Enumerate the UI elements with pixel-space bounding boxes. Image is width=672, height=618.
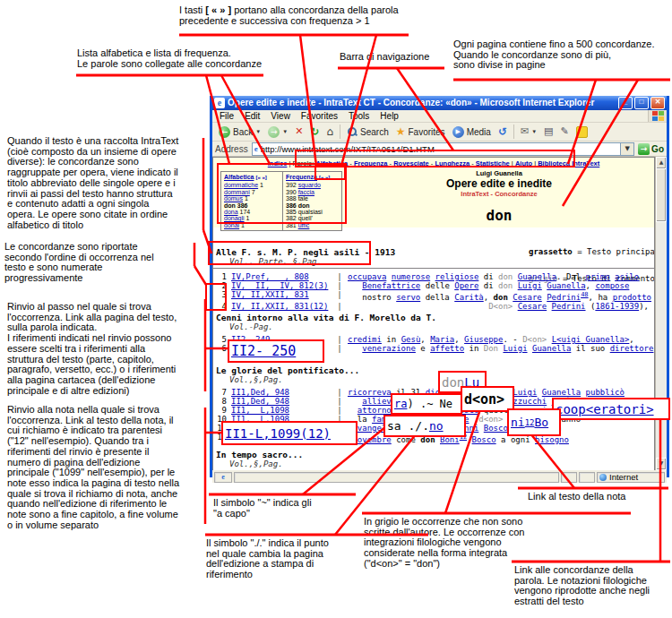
text-link[interactable]: Guanella — [518, 272, 556, 281]
wordlist-header-link[interactable]: Frequenza — [286, 174, 317, 180]
word-link[interactable]: uffic — [298, 222, 310, 228]
text-link[interactable]: no — [429, 419, 444, 433]
print-button[interactable]: ▤ — [541, 124, 556, 140]
reference-link[interactable]: II1, L,1098 — [231, 406, 332, 415]
wordlist-header-link[interactable]: Alfabetica — [224, 174, 254, 180]
reference-link[interactable]: II1,Ded, 948 — [231, 397, 332, 406]
stop-button[interactable]: ✕ — [292, 124, 306, 140]
messenger-button[interactable] — [573, 124, 590, 140]
text-link[interactable]: Guanella — [532, 344, 571, 353]
text-link[interactable]: Opere — [454, 281, 478, 290]
reference-link[interactable]: IV, II,XXII, 831 — [231, 290, 332, 302]
favorites-button[interactable]: ★Favorites — [393, 124, 448, 140]
text-link[interactable]: Alfabetica — [315, 159, 348, 167]
mail-button[interactable]: ✉▼ — [518, 124, 539, 140]
menu-view[interactable]: View — [265, 110, 296, 122]
text-link[interactable]: bisogno — [535, 435, 569, 444]
edit-button[interactable]: ✎ — [558, 124, 572, 140]
text-link[interactable]: Frequenza — [354, 159, 388, 167]
word-link[interactable]: sguardo — [298, 182, 321, 188]
address-dropdown-icon[interactable]: ▼ — [620, 143, 633, 155]
text-link[interactable]: Biblioteca IntraText — [538, 159, 599, 167]
text-link[interactable]: Guanella — [547, 281, 585, 290]
text-link[interactable]: Pedrini — [547, 293, 581, 302]
text-link[interactable]: venerazione — [362, 344, 416, 353]
text-link[interactable]: Rovesciate — [393, 159, 429, 167]
text-link[interactable]: Lunghezza — [435, 159, 470, 167]
text-link[interactable]: II2- 250 — [231, 343, 296, 359]
minimize-button[interactable]: _ — [618, 97, 633, 109]
text-link[interactable]: asilo — [615, 272, 639, 281]
word-link[interactable]: dommatiche — [224, 182, 258, 188]
text-link[interactable]: Bosco — [472, 435, 496, 444]
text-link[interactable]: primo — [586, 272, 610, 281]
word-link[interactable]: dona — [224, 209, 238, 215]
text-link[interactable]: 48 — [581, 291, 588, 298]
text-link[interactable]: prodotto — [613, 293, 651, 302]
vertical-scrollbar[interactable]: ▲ ▼ — [655, 157, 667, 470]
maximize-button[interactable]: □ — [634, 97, 649, 109]
scroll-up-icon[interactable]: ▲ — [656, 157, 667, 169]
address-input[interactable]: e http://www.intratext.com/IXT/ITA0614/D… — [252, 142, 634, 156]
media-button[interactable]: ▶Media — [450, 124, 494, 140]
scrollbar-thumb[interactable] — [656, 168, 667, 222]
word-link[interactable]: donai — [224, 222, 239, 228]
menu-favorites[interactable]: Favorites — [296, 110, 343, 122]
text-link[interactable]: Indice — [268, 159, 288, 167]
scroll-down-icon[interactable]: ▼ — [656, 458, 667, 470]
forward-button[interactable]: →▼ — [265, 124, 290, 140]
menu-help[interactable]: Help — [375, 110, 404, 122]
text-link[interactable]: Luigi — [518, 281, 542, 290]
text-link[interactable]: Statistiche — [476, 159, 510, 167]
mail-dropdown-icon[interactable]: ▼ — [531, 129, 537, 134]
text-link[interactable]: affetto — [430, 344, 464, 353]
text-link[interactable]: numerose — [392, 272, 430, 281]
refresh-button[interactable]: ↻ — [307, 124, 322, 140]
menu-tools[interactable]: Tools — [343, 110, 375, 122]
text-link[interactable]: Bosco — [484, 424, 508, 433]
reference-link[interactable]: II1,Ded, 948 — [231, 388, 332, 397]
text-link[interactable]: attorno — [358, 406, 392, 415]
home-button[interactable]: ⌂ — [323, 124, 336, 140]
text-link[interactable]: direttore — [610, 344, 654, 353]
text-link[interactable]: religiose — [435, 272, 479, 281]
text-link[interactable]: Aiuto — [515, 159, 532, 167]
text-link[interactable]: coop<eratori> — [556, 402, 654, 416]
text-link[interactable]: servo — [396, 293, 420, 302]
title-bar[interactable]: e Opere edite e inedite - IntraText CT -… — [212, 96, 667, 110]
reference-link[interactable]: IV,Pref, , 808 — [231, 272, 332, 281]
word-link[interactable]: dommani — [224, 189, 250, 195]
text-link[interactable]: Maria — [430, 335, 454, 344]
text-link[interactable]: Cesare — [513, 293, 542, 302]
word-link[interactable]: domus — [224, 195, 243, 202]
text-link[interactable]: Luigi — [503, 344, 527, 353]
reference-link[interactable]: IV, II,XXII, 831(12) — [231, 302, 332, 311]
reference-link[interactable]: IV, II, IV, 812(3) — [231, 281, 332, 290]
menu-file[interactable]: File — [214, 110, 239, 122]
text-link[interactable]: pubblicò — [586, 388, 625, 397]
back-dropdown-icon[interactable]: ▼ — [255, 129, 261, 134]
text-link[interactable]: II1-L,1099(12) — [225, 426, 331, 441]
close-button[interactable]: ✕ — [650, 97, 665, 109]
text-link[interactable]: Gesù — [401, 335, 421, 344]
text-link[interactable]: Bo — [535, 416, 549, 429]
search-button[interactable]: Search — [344, 124, 392, 140]
forward-dropdown-icon[interactable]: ▼ — [282, 129, 288, 134]
text-link[interactable]: ni — [511, 416, 525, 429]
history-button[interactable]: ↺ — [495, 124, 510, 140]
text-link[interactable]: Giuseppe — [464, 335, 503, 344]
menu-edit[interactable]: Edit — [239, 110, 265, 122]
text-link[interactable]: occupava — [348, 272, 386, 281]
prev-next-word-buttons[interactable]: [« »] — [319, 175, 330, 180]
text-link[interactable]: Guanella — [542, 388, 581, 397]
text-link[interactable]: Carità — [454, 293, 484, 302]
text-link[interactable]: ricorreva — [348, 388, 392, 397]
text-link[interactable]: credimi — [348, 335, 382, 344]
text-link[interactable]: ra — [394, 398, 407, 410]
text-link[interactable]: L<uigi Guanella> — [552, 335, 630, 344]
word-link[interactable]: donagli — [224, 215, 245, 221]
go-button[interactable]: → Go — [638, 143, 664, 155]
text-link[interactable]: Pedrini — [552, 302, 586, 311]
text-link[interactable]: Benefattrice — [362, 281, 420, 290]
text-link[interactable]: Cesare — [518, 302, 547, 311]
